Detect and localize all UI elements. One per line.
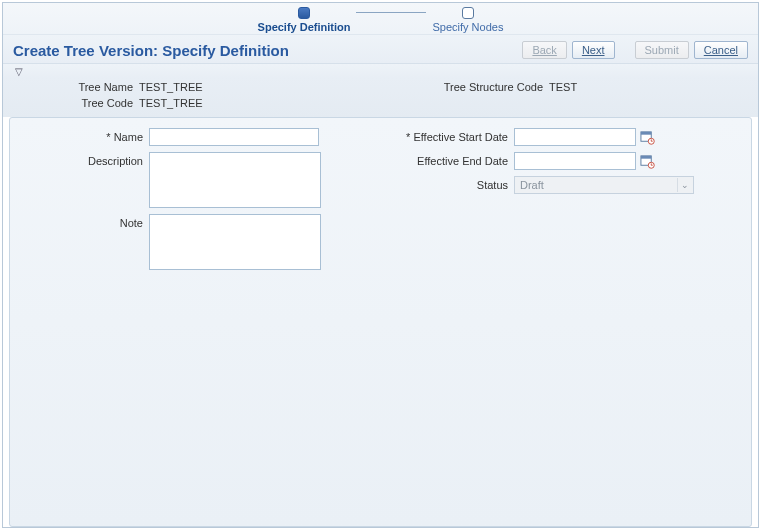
tree-structure-code-label: Tree Structure Code: [413, 81, 543, 93]
tree-name-label: Tree Name: [13, 81, 133, 93]
effective-end-date-input[interactable]: [514, 152, 636, 170]
back-button: Back: [522, 41, 566, 59]
effective-end-date-label: Effective End Date: [378, 152, 508, 167]
effective-start-date-input[interactable]: [514, 128, 636, 146]
tree-code-label: Tree Code: [13, 97, 133, 109]
train-step-specify-nodes[interactable]: Specify Nodes: [432, 7, 503, 33]
svg-rect-6: [641, 155, 651, 158]
train-stop-icon: [462, 7, 474, 19]
note-input[interactable]: [149, 214, 321, 270]
cancel-button[interactable]: Cancel: [694, 41, 748, 59]
train-step-label: Specify Definition: [258, 21, 351, 33]
description-label: Description: [18, 152, 143, 167]
train-step-label: Specify Nodes: [432, 21, 503, 33]
submit-button: Submit: [635, 41, 689, 59]
train-connector: [356, 12, 426, 13]
status-select: Draft ⌄: [514, 176, 694, 194]
train-stop-icon: [298, 7, 310, 19]
note-label: Note: [18, 214, 143, 229]
page-title: Create Tree Version: Specify Definition: [13, 42, 289, 59]
tree-code-value: TEST_TREE: [139, 97, 203, 109]
svg-rect-1: [641, 131, 651, 134]
tree-name-value: TEST_TREE: [139, 81, 203, 93]
name-label: Name: [18, 128, 143, 143]
calendar-icon[interactable]: [640, 154, 655, 169]
effective-start-date-label: Effective Start Date: [378, 128, 508, 143]
disclosure-toggle-icon[interactable]: ▽: [3, 64, 758, 77]
calendar-icon[interactable]: [640, 130, 655, 145]
next-button[interactable]: Next: [572, 41, 615, 59]
form-panel: Name Description Note Effective Start Da…: [9, 117, 752, 527]
train-step-specify-definition[interactable]: Specify Definition: [258, 7, 351, 33]
tree-structure-code-value: TEST: [549, 81, 577, 93]
context-info: Tree Name TEST_TREE Tree Code TEST_TREE …: [3, 77, 758, 117]
name-input[interactable]: [149, 128, 319, 146]
description-input[interactable]: [149, 152, 321, 208]
chevron-down-icon: ⌄: [677, 178, 691, 192]
wizard-train: Specify Definition Specify Nodes: [3, 3, 758, 35]
status-value: Draft: [520, 179, 544, 191]
status-label: Status: [378, 176, 508, 191]
